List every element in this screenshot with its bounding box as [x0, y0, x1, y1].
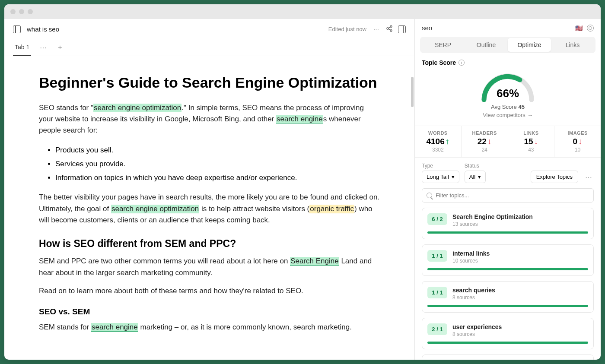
window-titlebar	[4, 4, 601, 19]
topic-name: user experiences	[452, 323, 502, 330]
topic-name: internal links	[452, 250, 490, 257]
topic-progress	[427, 231, 588, 234]
filter-row: Type Long Tail▾ Status All▾ Explore Topi…	[415, 163, 601, 188]
more-icon[interactable]: ⋯	[372, 24, 381, 34]
heading-2: How is SEO different from SEM and PPC?	[39, 238, 380, 250]
close-dot[interactable]	[10, 9, 16, 14]
settings-icon[interactable]	[587, 25, 594, 32]
topic-sources: 13 sources	[452, 221, 533, 227]
more-icon[interactable]: ⋯	[583, 171, 594, 183]
list-item: Information on topics in which you have …	[55, 171, 380, 185]
topic-progress	[427, 268, 588, 270]
stat-headers: HEADERS 22↓ 24	[462, 126, 508, 157]
stat-words: WORDS 4106↑ 3302	[415, 126, 462, 157]
heading-3: SEO vs. SEM	[39, 307, 380, 317]
status-label: Status	[465, 163, 486, 169]
filter-topics-input-wrap[interactable]	[422, 188, 594, 203]
avg-score: Avg Score 45	[415, 104, 601, 110]
tab-optimize[interactable]: Optimize	[508, 38, 551, 52]
explore-topics-button[interactable]: Explore Topics	[531, 171, 578, 183]
side-tabs: SERP Outline Optimize Links	[420, 37, 595, 53]
arrow-right-icon: →	[527, 112, 533, 118]
topic-badge: 2 / 1	[427, 323, 447, 335]
paragraph: The better visibility your pages have in…	[39, 192, 380, 226]
tab-1[interactable]: Tab 1	[13, 39, 31, 56]
topic-sources: 8 sources	[452, 294, 495, 301]
type-label: Type	[422, 163, 459, 169]
flag-us-icon[interactable]: 🇺🇸	[575, 25, 583, 32]
tab-options-icon[interactable]: ⋯	[37, 41, 49, 54]
arrow-down-icon: ↓	[487, 137, 492, 146]
topic-badge: 6 / 2	[427, 213, 447, 225]
topic-badge: 1 / 1	[427, 250, 447, 262]
header-actions: Edited just now ⋯	[328, 24, 406, 34]
topics-list: 6 / 2 Search Engine Optimization13 sourc…	[415, 208, 601, 360]
topic-card[interactable]: 6 / 2 Search Engine Optimization13 sourc…	[422, 208, 594, 239]
highlight-organic-traffic: organic traffic	[309, 205, 354, 213]
right-panel-toggle-icon[interactable]	[398, 25, 406, 33]
edited-status: Edited just now	[328, 26, 366, 32]
document-title-input[interactable]	[27, 25, 322, 33]
topic-card[interactable]: 1 / 1 internal links10 sources	[422, 244, 594, 276]
highlight-search-engine: search engine	[276, 115, 323, 123]
topic-progress	[427, 342, 588, 344]
editor-pane: Edited just now ⋯ Tab 1 ⋯ + Beginner's G…	[4, 19, 415, 360]
paragraph: SEM stands for search engine marketing –…	[39, 322, 380, 333]
topic-sources: 10 sources	[452, 258, 490, 264]
app-window: Edited just now ⋯ Tab 1 ⋯ + Beginner's G…	[4, 4, 601, 360]
stat-images: IMAGES 0↓ 10	[554, 126, 601, 157]
highlight-seo: search engine optimization	[111, 205, 199, 213]
highlight-seo: search engine optimization	[93, 104, 182, 112]
stat-links: LINKS 15↓ 43	[508, 126, 555, 157]
list-item: Products you sell.	[55, 143, 380, 157]
topic-sources: 8 sources	[452, 331, 502, 337]
score-percent: 66%	[478, 87, 538, 100]
search-icon	[427, 193, 432, 198]
topic-card[interactable]: 2 / 1 user experiences8 sources	[422, 318, 594, 349]
topic-name: search queries	[452, 287, 495, 294]
info-icon[interactable]: i	[459, 60, 465, 66]
side-header: 🇺🇸	[415, 19, 601, 37]
topic-progress	[427, 305, 588, 307]
type-select[interactable]: Long Tail▾	[422, 171, 459, 183]
arrow-down-icon: ↓	[534, 137, 538, 146]
paragraph: SEO stands for "search engine optimizati…	[39, 102, 380, 136]
svg-point-2	[390, 30, 392, 32]
topic-badge: 1 / 1	[427, 287, 447, 298]
document-body[interactable]: Beginner's Guide to Search Engine Optimi…	[4, 56, 414, 360]
topic-card[interactable]: 1 / 1 search queries8 sources	[422, 281, 594, 313]
share-icon[interactable]	[386, 25, 393, 33]
topic-card[interactable]: 2 / 3 organic traffic	[422, 355, 594, 360]
sidebar-toggle-icon[interactable]	[13, 25, 21, 33]
optimize-panel: 🇺🇸 SERP Outline Optimize Links Topic Sco…	[415, 19, 601, 360]
keyword-input[interactable]	[422, 24, 571, 32]
tab-serp[interactable]: SERP	[421, 38, 465, 52]
scrollbar-thumb[interactable]	[411, 77, 414, 107]
chevron-down-icon: ▾	[452, 174, 455, 180]
score-gauge: 66% Avg Score 45 View competitors →	[415, 70, 601, 119]
heading-1: Beginner's Guide to Search Engine Optimi…	[39, 73, 380, 92]
filter-topics-input[interactable]	[436, 192, 589, 199]
arrow-up-icon: ↑	[446, 137, 450, 146]
minimize-dot[interactable]	[19, 9, 24, 14]
chevron-down-icon: ▾	[478, 174, 481, 180]
bullet-list: Products you sell. Services you provide.…	[55, 143, 380, 185]
tab-links[interactable]: Links	[551, 38, 594, 52]
list-item: Services you provide.	[55, 157, 380, 171]
paragraph: SEM and PPC are two other common terms y…	[39, 256, 380, 279]
tab-outline[interactable]: Outline	[465, 38, 508, 52]
maximize-dot[interactable]	[28, 9, 33, 14]
tabs-row: Tab 1 ⋯ +	[4, 39, 414, 56]
arrow-down-icon: ↓	[578, 137, 583, 146]
view-competitors-link[interactable]: View competitors →	[483, 112, 533, 118]
svg-point-0	[390, 25, 392, 27]
app-body: Edited just now ⋯ Tab 1 ⋯ + Beginner's G…	[4, 19, 601, 360]
paragraph: Read on to learn more about both of thes…	[39, 285, 380, 297]
editor-header: Edited just now ⋯	[4, 19, 414, 39]
topic-name: Search Engine Optimization	[452, 213, 533, 220]
status-select[interactable]: All▾	[465, 171, 486, 183]
highlight-search-engine: search engine	[91, 323, 138, 332]
add-tab-icon[interactable]: +	[55, 41, 64, 54]
topic-score-label: Topic Score i	[415, 59, 601, 70]
stats-row: WORDS 4106↑ 3302 HEADERS 22↓ 24 LINKS 15…	[415, 126, 601, 158]
